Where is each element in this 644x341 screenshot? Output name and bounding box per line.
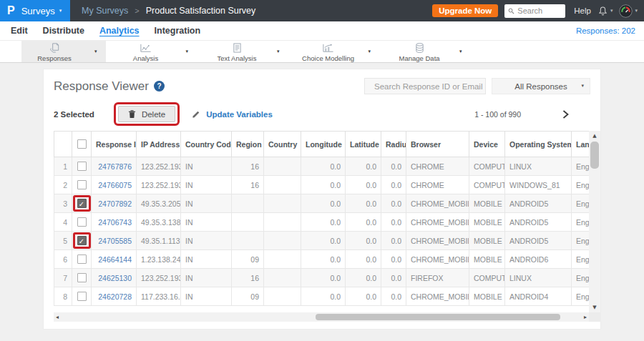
questionpro-logo-icon: P: [7, 5, 15, 17]
latitude: 0.0: [346, 194, 381, 213]
column-header-radius[interactable]: Radius: [381, 132, 406, 157]
chevron-down-icon[interactable]: ▾: [369, 49, 371, 54]
response-id-link[interactable]: 24766075: [92, 176, 137, 194]
help-link[interactable]: Help: [574, 6, 591, 15]
scroll-left-arrow[interactable]: ◂: [56, 312, 59, 322]
country: [264, 157, 301, 176]
row-checkbox[interactable]: [77, 292, 87, 301]
top-header-actions: Upgrade Now Help ▾ ▾: [432, 0, 644, 21]
next-page-button[interactable]: [562, 110, 569, 119]
response-id-link[interactable]: 24620728: [92, 287, 137, 306]
response-id-link[interactable]: 24706743: [92, 213, 137, 232]
global-search[interactable]: [504, 4, 565, 18]
select-all-checkbox[interactable]: [77, 139, 87, 149]
tab-integration[interactable]: Integration: [155, 26, 201, 36]
delete-button[interactable]: Delete: [118, 106, 175, 122]
row-checkbox[interactable]: [77, 180, 87, 189]
row-checkbox[interactable]: [77, 162, 87, 171]
response-id-link[interactable]: 24625130: [92, 269, 137, 287]
table-row: 724625130123.252.193.148IN160.00.00.0FIR…: [54, 269, 590, 287]
column-header-device[interactable]: Device: [469, 132, 505, 157]
column-header-ip-address[interactable]: IP Address: [137, 132, 181, 157]
update-variables-label: Update Variables: [206, 110, 273, 119]
chevron-down-icon[interactable]: ▾: [186, 49, 189, 54]
tool-analysis[interactable]: Analysis ▾: [113, 41, 197, 62]
column-header-operating-system[interactable]: Operating System: [505, 132, 572, 157]
app-window: P Surveys ▾ My Surveys > Product Satisfa…: [0, 0, 644, 341]
region: [232, 194, 264, 213]
responses-filter-dropdown[interactable]: All Responses ▾: [492, 78, 590, 94]
breadcrumb-my-surveys[interactable]: My Surveys: [82, 6, 128, 16]
horizontal-scrollbar[interactable]: ◂ ▸: [54, 312, 589, 322]
global-search-input[interactable]: [517, 6, 562, 15]
column-header-longitude[interactable]: Longitude: [301, 132, 346, 157]
row-checkbox[interactable]: [77, 273, 87, 282]
scroll-down-arrow[interactable]: ▼: [589, 303, 600, 312]
response-id-link[interactable]: 24664144: [92, 250, 137, 269]
surveys-product-menu[interactable]: P Surveys ▾: [0, 0, 70, 21]
latitude: 0.0: [346, 157, 381, 176]
column-label: Region: [236, 140, 262, 149]
update-variables-button[interactable]: Update Variables: [192, 110, 273, 119]
response-id-link[interactable]: 24767876: [92, 157, 137, 176]
country: [264, 176, 301, 194]
column-header-latitude[interactable]: Latitude: [346, 132, 381, 157]
operating-system: ANDROID5: [505, 194, 572, 213]
radius: 0.0: [381, 232, 406, 250]
tool-text-analysis[interactable]: Text Analysis ▾: [204, 41, 288, 62]
tab-analytics[interactable]: Analytics: [99, 26, 140, 36]
upgrade-now-button[interactable]: Upgrade Now: [432, 4, 498, 17]
row-checkbox[interactable]: [77, 254, 87, 264]
account-menu[interactable]: ▾: [619, 4, 638, 18]
chevron-down-icon: ▾: [59, 9, 62, 14]
text-analysis-icon: [233, 42, 242, 54]
device: MOBILE: [469, 213, 505, 232]
latitude: 0.0: [346, 232, 381, 250]
operating-system: LINUX: [505, 157, 572, 176]
tool-choice-modelling[interactable]: Choice Modelling ▾: [296, 41, 380, 62]
latitude: 0.0: [346, 269, 381, 287]
chevron-down-icon[interactable]: ▾: [459, 49, 462, 54]
device: MOBILE: [469, 250, 505, 269]
notifications-button[interactable]: ▾: [597, 6, 613, 16]
row-checkbox-cell: [72, 287, 92, 306]
column-label: Browser: [411, 140, 441, 149]
scroll-right-arrow[interactable]: ▸: [584, 312, 587, 322]
help-badge-icon[interactable]: ?: [154, 81, 165, 92]
row-checkbox-cell: [72, 157, 92, 176]
device: COMPUTER: [469, 176, 505, 194]
vertical-scrollbar[interactable]: ▲ ▼: [589, 131, 600, 312]
tab-distribute[interactable]: Distribute: [43, 26, 84, 36]
tool-responses[interactable]: Responses ▾: [21, 41, 106, 62]
choice-modelling-icon: [322, 43, 334, 54]
chevron-down-icon[interactable]: ▾: [94, 49, 97, 54]
horizontal-scrollbar-thumb[interactable]: [316, 314, 560, 320]
latitude: 0.0: [346, 287, 381, 306]
row-checkbox[interactable]: ✓: [77, 236, 87, 245]
response-search-input[interactable]: [374, 82, 484, 91]
row-checkbox[interactable]: [77, 217, 87, 227]
column-label: Operating System: [509, 140, 572, 149]
column-header-response-id[interactable]: Response ID▲: [92, 132, 137, 157]
response-id-link[interactable]: 24707892: [92, 194, 137, 213]
row-number: 7: [54, 269, 72, 287]
row-checkbox-cell: [72, 269, 92, 287]
ip-address: 123.252.193.148: [137, 176, 181, 194]
tool-label: Analysis: [133, 54, 158, 62]
row-checkbox[interactable]: ✓: [77, 199, 87, 208]
tab-edit[interactable]: Edit: [11, 26, 28, 36]
tool-manage-data[interactable]: Manage Data ▾: [386, 41, 471, 62]
response-search[interactable]: [364, 78, 486, 94]
column-header-region[interactable]: Region: [232, 132, 264, 157]
column-header-country[interactable]: Country: [264, 132, 301, 157]
radius: 0.0: [381, 176, 406, 194]
longitude: 0.0: [301, 250, 346, 269]
chevron-down-icon[interactable]: ▾: [277, 49, 280, 54]
column-header-language[interactable]: Language: [572, 132, 590, 157]
column-header-country-code[interactable]: Country Code: [181, 132, 232, 157]
column-header-browser[interactable]: Browser: [406, 132, 469, 157]
chevron-down-icon: ▾: [610, 9, 613, 14]
scroll-up-arrow[interactable]: ▲: [589, 132, 600, 140]
response-id-link[interactable]: 24705585: [92, 232, 137, 250]
vertical-scrollbar-thumb[interactable]: [590, 142, 599, 169]
